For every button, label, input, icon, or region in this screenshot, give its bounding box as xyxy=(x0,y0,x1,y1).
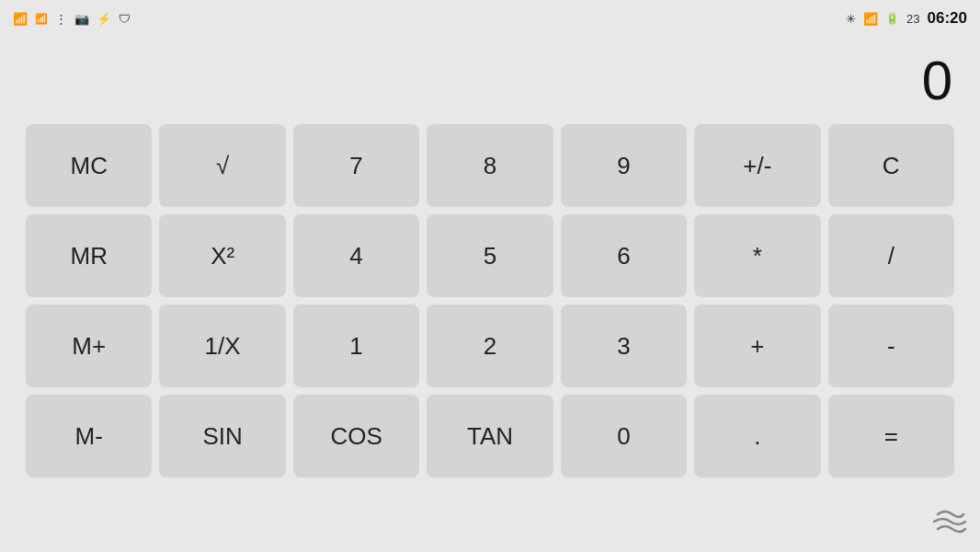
sqrt-button[interactable]: √ xyxy=(159,124,285,207)
plus-button[interactable]: + xyxy=(694,305,820,387)
divide-button[interactable]: / xyxy=(828,214,954,297)
two-button[interactable]: 2 xyxy=(427,305,553,387)
multiply-button[interactable]: * xyxy=(694,214,820,297)
seven-button[interactable]: 7 xyxy=(293,124,419,207)
six-button[interactable]: 6 xyxy=(561,214,687,297)
wind-icon xyxy=(930,501,967,545)
button-row-3: M-SINCOSTAN0.= xyxy=(26,395,954,477)
display: 0 xyxy=(0,37,980,124)
wifi-icon: 📶 xyxy=(863,12,878,26)
mc-button[interactable]: MC xyxy=(26,124,152,207)
tan-button[interactable]: TAN xyxy=(427,395,553,477)
five-button[interactable]: 5 xyxy=(427,214,553,297)
plusminus-button[interactable]: +/- xyxy=(694,124,820,207)
camera-icon: 📷 xyxy=(74,12,89,26)
square-button[interactable]: X² xyxy=(159,214,285,297)
status-bar: 📶 📶 ⋮ 📷 ⚡ 🛡 ✳ 📶 🔋 23 06:20 xyxy=(0,0,980,37)
zero-button[interactable]: 0 xyxy=(561,395,687,477)
status-left: 📶 📶 ⋮ 📷 ⚡ 🛡 xyxy=(13,12,131,26)
mplus-button[interactable]: M+ xyxy=(26,305,152,387)
signal1-icon: 📶 xyxy=(13,12,28,26)
cos-button[interactable]: COS xyxy=(293,395,419,477)
display-value: 0 xyxy=(922,49,952,112)
nine-button[interactable]: 9 xyxy=(561,124,687,207)
button-row-1: MRX²456*/ xyxy=(26,214,954,297)
button-row-0: MC√789+/-C xyxy=(26,124,954,207)
bluetooth-icon: ✳ xyxy=(846,12,856,26)
one-button[interactable]: 1 xyxy=(293,305,419,387)
three-button[interactable]: 3 xyxy=(561,305,687,387)
status-time: 06:20 xyxy=(928,9,967,28)
buttons-area: MC√789+/-CMRX²456*/M+1/X123+-M-SINCOSTAN… xyxy=(0,124,980,487)
battery-percent: 23 xyxy=(906,12,919,26)
shield-icon: 🛡 xyxy=(119,12,131,26)
dot-button[interactable]: . xyxy=(694,395,820,477)
status-right: ✳ 📶 🔋 23 06:20 xyxy=(846,9,967,28)
equals-button[interactable]: = xyxy=(828,395,954,477)
signal2-icon: 📶 xyxy=(35,13,48,25)
battery-icon: 🔋 xyxy=(885,12,899,25)
button-row-2: M+1/X123+- xyxy=(26,305,954,387)
minus-button[interactable]: - xyxy=(828,305,954,387)
reciprocal-button[interactable]: 1/X xyxy=(159,305,285,387)
mminus-button[interactable]: M- xyxy=(26,395,152,477)
clear-button[interactable]: C xyxy=(828,124,954,207)
usb-icon: ⚡ xyxy=(97,12,111,26)
four-button[interactable]: 4 xyxy=(293,214,419,297)
sin-button[interactable]: SIN xyxy=(159,395,285,477)
menu-icon: ⋮ xyxy=(55,12,67,26)
eight-button[interactable]: 8 xyxy=(427,124,553,207)
mr-button[interactable]: MR xyxy=(26,214,152,297)
